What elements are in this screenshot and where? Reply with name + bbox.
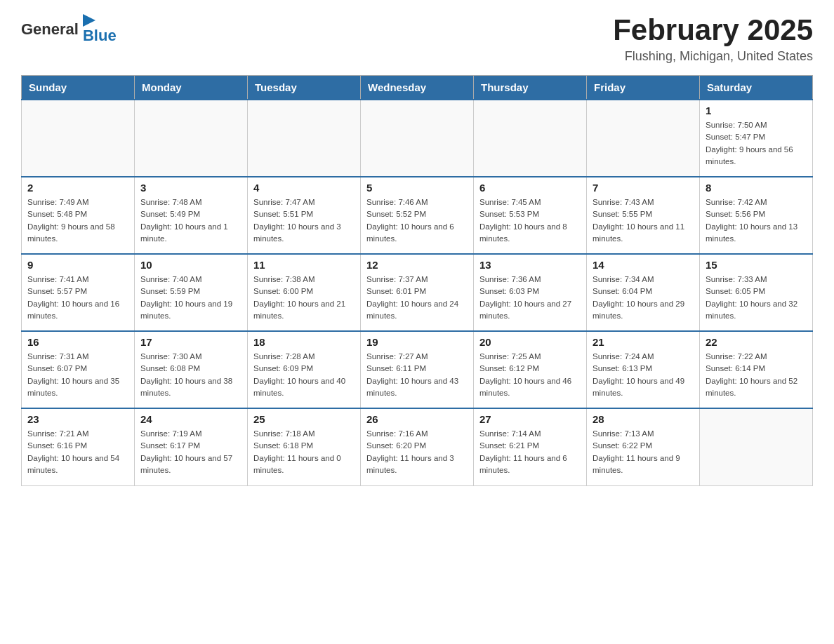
day-number: 16 [27, 336, 128, 348]
calendar-cell: 28Sunrise: 7:13 AMSunset: 6:22 PMDayligh… [587, 408, 700, 485]
day-info: Sunrise: 7:34 AMSunset: 6:04 PMDaylight:… [593, 274, 694, 322]
calendar-cell: 18Sunrise: 7:28 AMSunset: 6:09 PMDayligh… [248, 331, 361, 408]
weekday-header-thursday: Thursday [474, 76, 587, 100]
day-number: 26 [366, 413, 468, 425]
day-info: Sunrise: 7:45 AMSunset: 5:53 PMDaylight:… [479, 196, 581, 245]
logo-arrow-icon [83, 14, 95, 27]
day-number: 11 [253, 259, 355, 271]
day-number: 15 [706, 259, 807, 271]
calendar-cell: 26Sunrise: 7:16 AMSunset: 6:20 PMDayligh… [361, 408, 474, 485]
day-number: 22 [706, 336, 807, 348]
day-number: 8 [706, 182, 807, 194]
day-number: 5 [366, 182, 468, 194]
day-number: 27 [479, 413, 581, 425]
calendar-cell: 20Sunrise: 7:25 AMSunset: 6:12 PMDayligh… [474, 331, 587, 408]
calendar-cell: 16Sunrise: 7:31 AMSunset: 6:07 PMDayligh… [22, 331, 135, 408]
day-number: 4 [253, 182, 355, 194]
calendar-cell: 19Sunrise: 7:27 AMSunset: 6:11 PMDayligh… [361, 331, 474, 408]
calendar-cell: 23Sunrise: 7:21 AMSunset: 6:16 PMDayligh… [22, 408, 135, 485]
day-number: 7 [593, 182, 694, 194]
weekday-header-monday: Monday [135, 76, 248, 100]
weekday-header-friday: Friday [587, 76, 700, 100]
calendar-cell: 2Sunrise: 7:49 AMSunset: 5:48 PMDaylight… [22, 177, 135, 254]
calendar-cell: 25Sunrise: 7:18 AMSunset: 6:18 PMDayligh… [248, 408, 361, 485]
calendar-cell: 5Sunrise: 7:46 AMSunset: 5:52 PMDaylight… [361, 177, 474, 254]
day-info: Sunrise: 7:14 AMSunset: 6:21 PMDaylight:… [479, 428, 581, 476]
day-number: 13 [479, 259, 581, 271]
calendar-table: SundayMondayTuesdayWednesdayThursdayFrid… [21, 75, 813, 486]
logo-blue-text: Blue [83, 27, 117, 45]
day-number: 14 [593, 259, 694, 271]
calendar-cell [22, 100, 135, 177]
day-number: 9 [27, 259, 128, 271]
weekday-header-sunday: Sunday [22, 76, 135, 100]
day-info: Sunrise: 7:13 AMSunset: 6:22 PMDaylight:… [593, 428, 694, 476]
day-info: Sunrise: 7:31 AMSunset: 6:07 PMDaylight:… [27, 351, 128, 399]
logo-general-text: General [21, 20, 79, 39]
day-info: Sunrise: 7:50 AMSunset: 5:47 PMDaylight:… [706, 119, 807, 168]
calendar-cell: 11Sunrise: 7:38 AMSunset: 6:00 PMDayligh… [248, 254, 361, 331]
calendar-cell: 10Sunrise: 7:40 AMSunset: 5:59 PMDayligh… [135, 254, 248, 331]
day-number: 28 [593, 413, 694, 425]
day-info: Sunrise: 7:41 AMSunset: 5:57 PMDaylight:… [27, 274, 128, 322]
day-number: 18 [253, 336, 355, 348]
calendar-cell: 13Sunrise: 7:36 AMSunset: 6:03 PMDayligh… [474, 254, 587, 331]
day-info: Sunrise: 7:43 AMSunset: 5:55 PMDaylight:… [593, 196, 694, 245]
day-info: Sunrise: 7:40 AMSunset: 5:59 PMDaylight:… [140, 274, 241, 322]
calendar-cell: 7Sunrise: 7:43 AMSunset: 5:55 PMDaylight… [587, 177, 700, 254]
calendar-cell: 22Sunrise: 7:22 AMSunset: 6:14 PMDayligh… [700, 331, 813, 408]
week-row-4: 16Sunrise: 7:31 AMSunset: 6:07 PMDayligh… [22, 331, 813, 408]
calendar-cell: 1Sunrise: 7:50 AMSunset: 5:47 PMDaylight… [700, 100, 813, 177]
calendar-cell: 6Sunrise: 7:45 AMSunset: 5:53 PMDaylight… [474, 177, 587, 254]
day-info: Sunrise: 7:16 AMSunset: 6:20 PMDaylight:… [366, 428, 468, 476]
day-info: Sunrise: 7:24 AMSunset: 6:13 PMDaylight:… [593, 351, 694, 399]
day-number: 10 [140, 259, 241, 271]
calendar-cell: 27Sunrise: 7:14 AMSunset: 6:21 PMDayligh… [474, 408, 587, 485]
calendar-cell [700, 408, 813, 485]
location-subtitle: Flushing, Michigan, United States [613, 49, 813, 64]
day-info: Sunrise: 7:46 AMSunset: 5:52 PMDaylight:… [366, 196, 468, 245]
weekday-header-row: SundayMondayTuesdayWednesdayThursdayFrid… [22, 76, 813, 100]
calendar-cell: 4Sunrise: 7:47 AMSunset: 5:51 PMDaylight… [248, 177, 361, 254]
day-info: Sunrise: 7:27 AMSunset: 6:11 PMDaylight:… [366, 351, 468, 399]
day-number: 17 [140, 336, 241, 348]
weekday-header-wednesday: Wednesday [361, 76, 474, 100]
day-number: 21 [593, 336, 694, 348]
calendar-cell: 3Sunrise: 7:48 AMSunset: 5:49 PMDaylight… [135, 177, 248, 254]
week-row-2: 2Sunrise: 7:49 AMSunset: 5:48 PMDaylight… [22, 177, 813, 254]
day-info: Sunrise: 7:36 AMSunset: 6:03 PMDaylight:… [479, 274, 581, 322]
week-row-3: 9Sunrise: 7:41 AMSunset: 5:57 PMDaylight… [22, 254, 813, 331]
title-section: February 2025 Flushing, Michigan, United… [613, 14, 813, 64]
weekday-header-saturday: Saturday [700, 76, 813, 100]
day-number: 1 [706, 105, 807, 116]
weekday-header-tuesday: Tuesday [248, 76, 361, 100]
day-info: Sunrise: 7:22 AMSunset: 6:14 PMDaylight:… [706, 351, 807, 399]
calendar-cell: 14Sunrise: 7:34 AMSunset: 6:04 PMDayligh… [587, 254, 700, 331]
day-number: 20 [479, 336, 581, 348]
day-info: Sunrise: 7:37 AMSunset: 6:01 PMDaylight:… [366, 274, 468, 322]
day-number: 24 [140, 413, 241, 425]
calendar-cell [248, 100, 361, 177]
month-year-title: February 2025 [613, 14, 813, 46]
page-header: General Blue February 2025 Flushing, Mic… [21, 14, 813, 64]
day-info: Sunrise: 7:19 AMSunset: 6:17 PMDaylight:… [140, 428, 241, 476]
day-info: Sunrise: 7:25 AMSunset: 6:12 PMDaylight:… [479, 351, 581, 399]
day-info: Sunrise: 7:42 AMSunset: 5:56 PMDaylight:… [706, 196, 807, 245]
calendar-cell [135, 100, 248, 177]
calendar-cell: 12Sunrise: 7:37 AMSunset: 6:01 PMDayligh… [361, 254, 474, 331]
calendar-cell [361, 100, 474, 177]
calendar-cell: 21Sunrise: 7:24 AMSunset: 6:13 PMDayligh… [587, 331, 700, 408]
calendar-cell: 17Sunrise: 7:30 AMSunset: 6:08 PMDayligh… [135, 331, 248, 408]
day-info: Sunrise: 7:38 AMSunset: 6:00 PMDaylight:… [253, 274, 355, 322]
day-info: Sunrise: 7:21 AMSunset: 6:16 PMDaylight:… [27, 428, 128, 476]
calendar-cell: 24Sunrise: 7:19 AMSunset: 6:17 PMDayligh… [135, 408, 248, 485]
svg-marker-0 [83, 14, 95, 27]
day-number: 6 [479, 182, 581, 194]
calendar-cell [587, 100, 700, 177]
calendar-cell: 9Sunrise: 7:41 AMSunset: 5:57 PMDaylight… [22, 254, 135, 331]
day-info: Sunrise: 7:47 AMSunset: 5:51 PMDaylight:… [253, 196, 355, 245]
day-info: Sunrise: 7:33 AMSunset: 6:05 PMDaylight:… [706, 274, 807, 322]
day-number: 23 [27, 413, 128, 425]
calendar-cell: 8Sunrise: 7:42 AMSunset: 5:56 PMDaylight… [700, 177, 813, 254]
day-number: 19 [366, 336, 468, 348]
